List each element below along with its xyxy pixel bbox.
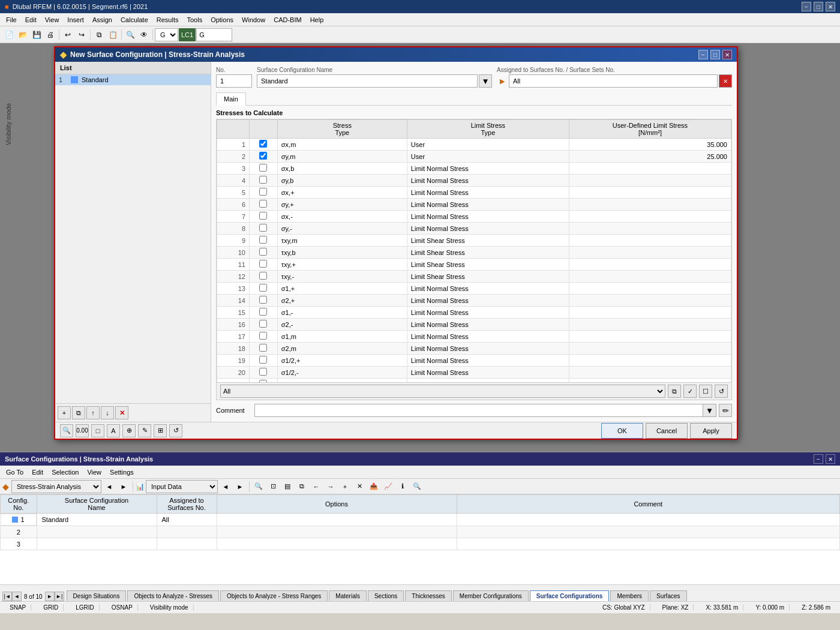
tab-last-btn[interactable]: ►| bbox=[55, 592, 64, 601]
toolbar-copy-btn[interactable]: ⧉ bbox=[92, 28, 106, 41]
lc-input[interactable] bbox=[196, 28, 232, 41]
toolbar-save-btn[interactable]: 💾 bbox=[30, 28, 43, 41]
bottom-export-btn[interactable]: 📤 bbox=[367, 480, 380, 493]
toolbar-paste-btn[interactable]: 📋 bbox=[106, 28, 119, 41]
dialog-minimize-btn[interactable]: − bbox=[698, 50, 708, 59]
bottom-close-btn[interactable]: ✕ bbox=[826, 454, 835, 464]
stress-checkbox[interactable] bbox=[259, 200, 267, 208]
comment-dropdown-btn[interactable]: ▼ bbox=[703, 404, 716, 416]
stress-checkbox[interactable] bbox=[259, 320, 267, 328]
stress-row-check[interactable] bbox=[250, 211, 278, 223]
dialog-tb-btn1[interactable]: 🔍 bbox=[60, 424, 73, 437]
stress-row-check[interactable] bbox=[250, 199, 278, 211]
status-lgrid[interactable]: LGRID bbox=[71, 604, 100, 611]
stress-checkbox[interactable] bbox=[259, 212, 267, 220]
stress-checkbox[interactable] bbox=[259, 284, 267, 292]
stress-checkbox[interactable] bbox=[259, 164, 267, 172]
stress-checkbox[interactable] bbox=[259, 236, 267, 244]
app-maximize-btn[interactable]: □ bbox=[814, 2, 823, 11]
stress-row-check[interactable] bbox=[250, 307, 278, 319]
stress-checkbox[interactable] bbox=[259, 272, 267, 280]
bottom-arrow-left-btn[interactable]: ← bbox=[310, 480, 323, 493]
stress-checkbox[interactable] bbox=[259, 296, 267, 304]
bottom-menu-view[interactable]: View bbox=[83, 467, 105, 477]
stress-row-check[interactable] bbox=[250, 367, 278, 379]
config-name-dropdown-btn[interactable]: ▼ bbox=[479, 74, 492, 88]
bottom-tab-objects-stress-ranges[interactable]: Objects to Analyze - Stress Ranges bbox=[220, 590, 328, 601]
dialog-apply-btn[interactable]: Apply bbox=[690, 423, 732, 439]
config-name-input[interactable] bbox=[257, 74, 478, 88]
bottom-del-btn[interactable]: ✕ bbox=[353, 480, 366, 493]
comment-edit-btn[interactable]: ✏ bbox=[719, 404, 732, 417]
comment-input[interactable] bbox=[255, 404, 703, 416]
menu-help[interactable]: Help bbox=[307, 15, 328, 25]
tab-main[interactable]: Main bbox=[216, 92, 246, 106]
status-osnap[interactable]: OSNAP bbox=[107, 604, 138, 611]
dialog-tb-btn8[interactable]: ↺ bbox=[169, 424, 182, 437]
menu-results[interactable]: Results bbox=[153, 15, 182, 25]
bottom-menu-goto[interactable]: Go To bbox=[2, 467, 27, 477]
stress-row-check[interactable] bbox=[250, 319, 278, 331]
menu-options[interactable]: Options bbox=[207, 15, 237, 25]
dialog-tb-btn6[interactable]: ✎ bbox=[138, 424, 151, 437]
tab-next-btn[interactable]: ► bbox=[45, 592, 55, 601]
bottom-tab-surface-configurations[interactable]: Surface Configurations bbox=[530, 590, 610, 601]
stress-checkbox[interactable] bbox=[259, 368, 267, 376]
list-up-btn[interactable]: ↑ bbox=[86, 406, 100, 419]
stress-row-check[interactable] bbox=[250, 331, 278, 343]
toolbar-new-btn[interactable]: 📄 bbox=[2, 28, 16, 41]
dialog-tb-btn7[interactable]: ⊞ bbox=[154, 424, 167, 437]
tab-first-btn[interactable]: |◄ bbox=[2, 592, 12, 601]
table-uncheck-btn[interactable]: ☐ bbox=[699, 385, 712, 398]
bottom-menu-settings[interactable]: Settings bbox=[106, 467, 137, 477]
dialog-tb-btn5[interactable]: ⊕ bbox=[122, 424, 136, 437]
table-copy-btn[interactable]: ⧉ bbox=[668, 385, 681, 398]
stress-checkbox[interactable] bbox=[259, 152, 267, 160]
stress-checkbox[interactable] bbox=[259, 224, 267, 232]
stress-row-check[interactable] bbox=[250, 223, 278, 235]
toolbar-print-btn[interactable]: 🖨 bbox=[44, 28, 57, 41]
stress-row-check[interactable] bbox=[250, 247, 278, 259]
dialog-tb-btn3[interactable]: □ bbox=[91, 424, 104, 437]
bottom-tab-thicknesses[interactable]: Thicknesses bbox=[405, 590, 452, 601]
menu-calculate[interactable]: Calculate bbox=[117, 15, 152, 25]
menu-tools[interactable]: Tools bbox=[183, 15, 206, 25]
menu-cadbim[interactable]: CAD-BIM bbox=[270, 15, 305, 25]
list-new-btn[interactable]: + bbox=[58, 406, 71, 419]
status-snap[interactable]: SNAP bbox=[5, 604, 31, 611]
bottom-tab-objects-stresses[interactable]: Objects to Analyze - Stresses bbox=[127, 590, 219, 601]
dialog-ok-btn[interactable]: OK bbox=[601, 423, 643, 439]
dialog-tb-btn2[interactable]: 0.00 bbox=[76, 424, 89, 437]
stress-checkbox[interactable] bbox=[259, 248, 267, 256]
stress-row-check[interactable] bbox=[250, 163, 278, 175]
dialog-close-btn[interactable]: ✕ bbox=[722, 50, 732, 59]
bottom-menu-selection[interactable]: Selection bbox=[48, 467, 82, 477]
stress-checkbox[interactable] bbox=[259, 356, 267, 364]
bottom-chart-btn[interactable]: 📈 bbox=[382, 480, 395, 493]
menu-insert[interactable]: Insert bbox=[64, 15, 88, 25]
bottom-tab-surfaces[interactable]: Surfaces bbox=[650, 590, 686, 601]
stress-row-check[interactable] bbox=[250, 343, 278, 355]
tab-prev-btn[interactable]: ◄ bbox=[12, 592, 22, 601]
toolbar-redo-btn[interactable]: ↪ bbox=[75, 28, 88, 41]
stress-row-check[interactable] bbox=[250, 187, 278, 199]
bottom-search-btn[interactable]: 🔍 bbox=[410, 480, 424, 493]
stress-checkbox[interactable] bbox=[259, 332, 267, 340]
view-prev-btn[interactable]: ◄ bbox=[219, 480, 232, 493]
stress-row-check[interactable] bbox=[250, 175, 278, 187]
bottom-add-btn[interactable]: + bbox=[338, 480, 352, 493]
stress-checkbox[interactable] bbox=[259, 344, 267, 352]
bottom-copy-btn[interactable]: ⧉ bbox=[295, 480, 308, 493]
toolbar-view-btn[interactable]: 👁 bbox=[137, 28, 151, 41]
stress-checkbox[interactable] bbox=[259, 176, 267, 184]
toolbar-undo-btn[interactable]: ↩ bbox=[61, 28, 74, 41]
app-close-btn[interactable]: ✕ bbox=[826, 2, 835, 11]
bottom-tab-members[interactable]: Members bbox=[610, 590, 649, 601]
bottom-tab-member-configurations[interactable]: Member Configurations bbox=[453, 590, 529, 601]
status-vismode[interactable]: Visibility mode bbox=[145, 604, 194, 611]
stress-row-check[interactable] bbox=[250, 283, 278, 295]
stress-row-check[interactable] bbox=[250, 235, 278, 247]
stress-row-check[interactable] bbox=[250, 379, 278, 383]
dialog-tb-btn4[interactable]: A bbox=[107, 424, 120, 437]
bottom-filter-btn[interactable]: ▤ bbox=[281, 480, 294, 493]
